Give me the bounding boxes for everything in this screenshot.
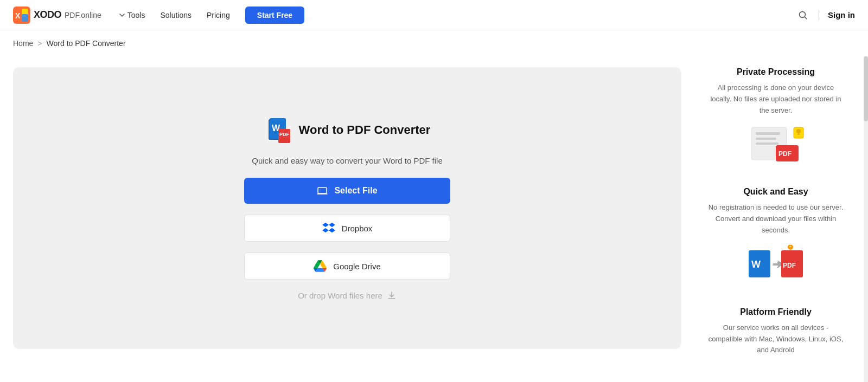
main-nav: Tools Solutions Pricing Start Free [119, 7, 796, 24]
search-icon [798, 10, 808, 20]
svg-point-26 [797, 133, 800, 135]
breadcrumb-home[interactable]: Home [13, 39, 33, 48]
chevron-down-icon [119, 12, 125, 18]
word-icon-svg: W PDF [264, 116, 292, 144]
private-processing-title: Private Processing [707, 67, 844, 77]
svg-marker-17 [329, 228, 335, 232]
svg-point-4 [800, 11, 806, 17]
search-button[interactable] [796, 8, 810, 22]
converter-card: W PDF Word to PDF Converter Quick and ea… [13, 67, 681, 349]
scrollbar-track [864, 56, 868, 382]
xodo-text: XODO [34, 9, 61, 21]
header-divider [819, 10, 819, 21]
solutions-nav-item[interactable]: Solutions [160, 11, 192, 20]
start-free-button[interactable]: Start Free [245, 7, 304, 24]
quick-easy-title: Quick and Easy [707, 187, 844, 197]
converter-title-row: W PDF Word to PDF Converter [264, 116, 431, 144]
svg-text:X: X [15, 11, 21, 20]
converter-title: Word to PDF Converter [299, 123, 431, 137]
converter-subtitle: Quick and easy way to convert your Word … [252, 155, 443, 167]
header-right: Sign in [796, 8, 855, 22]
breadcrumb-current: Word to PDF Converter [47, 39, 126, 48]
svg-rect-21 [756, 138, 776, 140]
pdf-online-text: PDF.online [65, 11, 101, 20]
quick-easy-desc: No registration is needed to use our ser… [707, 202, 844, 236]
tools-nav-item[interactable]: Tools [119, 11, 145, 20]
platform-friendly-title: Platform Friendly [707, 307, 844, 317]
svg-rect-11 [318, 187, 327, 193]
svg-rect-22 [756, 143, 778, 145]
converter-inner: W PDF Word to PDF Converter Quick and ea… [244, 116, 450, 301]
right-panel: Private Processing All processing is don… [694, 56, 868, 382]
scrollbar-thumb[interactable] [864, 56, 868, 121]
svg-rect-20 [756, 132, 780, 135]
main-layout: W PDF Word to PDF Converter Quick and ea… [0, 56, 868, 382]
content-area: W PDF Word to PDF Converter Quick and ea… [0, 56, 694, 382]
dropbox-icon [322, 222, 335, 235]
sidebar-section-quick: Quick and Easy No registration is needed… [707, 187, 844, 285]
laptop-icon [317, 185, 328, 196]
dropbox-button[interactable]: Dropbox [244, 215, 450, 242]
select-file-button[interactable]: Select File [244, 178, 450, 204]
svg-text:PDF: PDF [778, 150, 792, 158]
private-processing-image: PDF [707, 125, 844, 165]
word-doc-icon: W PDF [264, 116, 292, 144]
sign-in-button[interactable]: Sign in [828, 10, 855, 20]
right-sidebar: Private Processing All processing is don… [694, 56, 857, 382]
breadcrumb-separator: > [37, 39, 42, 48]
google-drive-button[interactable]: Google Drive [244, 252, 450, 280]
svg-text:PDF: PDF [279, 132, 290, 137]
quick-easy-image: W PDF [707, 245, 844, 286]
svg-marker-14 [329, 223, 335, 227]
platform-friendly-desc: Our service works on all devices - compa… [707, 322, 844, 356]
main-header: X XODO PDF.online Tools Solutions Pricin… [0, 0, 868, 30]
svg-rect-3 [22, 14, 28, 22]
logo-area: X XODO PDF.online [13, 7, 101, 24]
google-drive-icon [314, 260, 327, 273]
svg-marker-15 [322, 228, 329, 232]
breadcrumb: Home > Word to PDF Converter [0, 30, 868, 56]
private-processing-desc: All processing is done on your device lo… [707, 82, 844, 116]
svg-marker-13 [322, 223, 329, 227]
pricing-nav-item[interactable]: Pricing [207, 11, 230, 20]
svg-text:PDF: PDF [783, 262, 796, 269]
xodo-logo[interactable]: X XODO PDF.online [13, 7, 101, 24]
sidebar-section-private: Private Processing All processing is don… [707, 67, 844, 165]
svg-line-5 [805, 17, 807, 19]
svg-text:W: W [751, 259, 761, 270]
xodo-logo-icon: X [13, 7, 30, 24]
drop-zone-area: Or drop Word files here [298, 290, 397, 300]
sidebar-section-platform: Platform Friendly Our service works on a… [707, 307, 844, 356]
download-arrow-icon [387, 290, 397, 300]
